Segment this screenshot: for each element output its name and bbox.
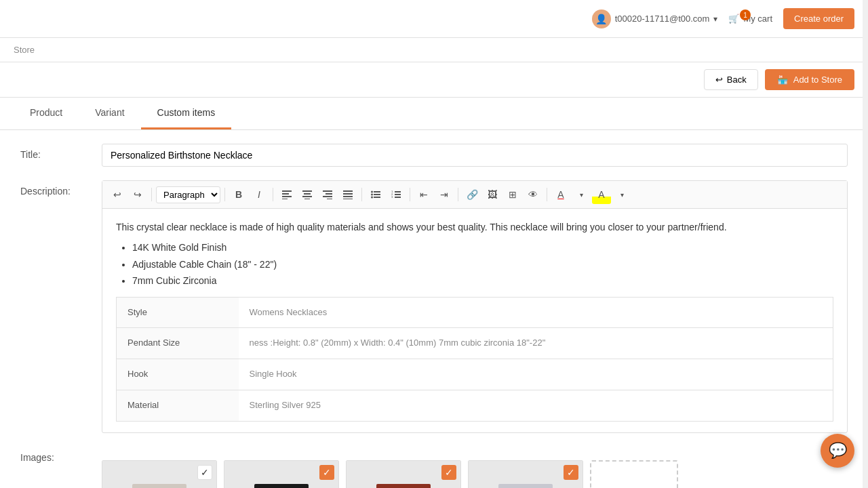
italic-button[interactable]: I — [250, 185, 269, 204]
spec-label-size: Pendant Size — [117, 328, 239, 359]
image-2-checkbox[interactable]: ✓ — [319, 465, 334, 480]
svg-rect-31 — [254, 484, 309, 488]
svg-text:3.: 3. — [391, 195, 393, 199]
chevron-highlight-button[interactable]: ▾ — [612, 185, 631, 204]
image-thumb-1[interactable]: image ✓ — [102, 460, 217, 488]
cart-badge: 1 — [740, 9, 751, 20]
description-row: Description: ↩ ↪ Paragraph B I — [20, 180, 848, 433]
svg-rect-4 — [302, 190, 312, 192]
upload-button[interactable]: upload Or — [590, 460, 678, 488]
align-center-button[interactable] — [298, 185, 317, 204]
user-chevron-icon: ▾ — [713, 14, 717, 24]
spec-row-style: Style Womens Necklaces — [117, 297, 833, 328]
image-thumb-3[interactable]: red ✓ — [346, 460, 461, 488]
svg-rect-8 — [323, 190, 332, 192]
add-to-store-button[interactable]: 🏪 Add to Store — [765, 69, 854, 90]
description-bullets: 14K White Gold Finish Adjustable Cable C… — [132, 240, 833, 288]
cart-button[interactable]: 1 🛒 My cart — [728, 14, 772, 24]
svg-rect-5 — [304, 193, 311, 195]
highlight-button[interactable]: A — [592, 185, 611, 204]
indent-button[interactable]: ⇥ — [435, 185, 454, 204]
images-content: image ✓ dark ✓ — [102, 447, 848, 488]
svg-rect-25 — [395, 194, 401, 195]
svg-rect-14 — [343, 196, 353, 197]
toolbar-sep-4 — [361, 188, 362, 201]
toolbar-sep-7 — [547, 188, 547, 201]
undo-button[interactable]: ↩ — [108, 185, 127, 204]
main-content: Title: Description: ↩ ↪ Paragraph B I — [0, 130, 868, 488]
title-field-container — [102, 144, 848, 167]
user-email: t00020-11711@t00.com — [615, 14, 710, 24]
font-color-button[interactable]: A — [551, 185, 570, 204]
image-1-checkbox[interactable]: ✓ — [197, 465, 212, 480]
add-to-store-label: Add to Store — [793, 75, 842, 85]
toolbar-sep-1 — [151, 188, 152, 201]
svg-rect-17 — [374, 191, 380, 192]
bold-button[interactable]: B — [229, 185, 248, 204]
unordered-list-button[interactable] — [366, 185, 385, 204]
tab-variant[interactable]: Variant — [79, 98, 140, 129]
scrollbar[interactable] — [863, 0, 868, 488]
table-button[interactable]: ⊞ — [503, 185, 522, 204]
back-icon: ↩ — [715, 75, 723, 85]
rich-text-editor: ↩ ↪ Paragraph B I — [102, 180, 848, 433]
spec-value-size: ness :Height: 0.8" (20mm) x Width: 0.4" … — [239, 328, 833, 359]
align-right-button[interactable] — [318, 185, 337, 204]
align-left-button[interactable] — [277, 185, 296, 204]
tab-product[interactable]: Product — [14, 98, 79, 129]
svg-rect-9 — [326, 193, 332, 195]
spec-label-hook: Hook — [117, 359, 239, 390]
svg-rect-15 — [343, 199, 353, 199]
image-thumb-2[interactable]: dark ✓ — [224, 460, 339, 488]
title-input[interactable] — [102, 144, 848, 167]
svg-rect-37 — [498, 484, 553, 488]
create-order-button[interactable]: Create order — [783, 8, 854, 29]
store-icon: 🏪 — [777, 75, 788, 85]
spec-label-material: Material — [117, 390, 239, 421]
svg-rect-2 — [282, 196, 292, 197]
user-menu[interactable]: 👤 t00020-11711@t00.com ▾ — [592, 9, 718, 28]
paragraph-style-select[interactable]: Paragraph — [156, 186, 220, 203]
chevron-color-button[interactable]: ▾ — [572, 185, 591, 204]
editor-container-wrapper: ↩ ↪ Paragraph B I — [102, 180, 848, 433]
chat-fab-button[interactable]: 💬 — [821, 434, 854, 468]
spec-label-style: Style — [117, 297, 239, 328]
svg-rect-23 — [395, 191, 401, 192]
images-label: Images: — [20, 447, 102, 463]
image-thumb-4[interactable]: silver ✓ — [468, 460, 583, 488]
svg-point-20 — [371, 197, 373, 199]
svg-rect-0 — [282, 190, 292, 192]
back-button[interactable]: ↩ Back — [704, 69, 758, 90]
ordered-list-button[interactable]: 1.2.3. — [387, 185, 406, 204]
tab-custom-items[interactable]: Custom items — [141, 98, 232, 129]
editor-body[interactable]: This crystal clear necklace is made of h… — [102, 209, 847, 432]
svg-rect-27 — [395, 197, 401, 198]
image-insert-button[interactable]: 🖼 — [483, 185, 502, 204]
toolbar-sep-5 — [410, 188, 410, 201]
bullet-3: 7mm Cubic Zirconia — [132, 273, 833, 288]
tab-product-label: Product — [30, 107, 62, 118]
tab-custom-items-label: Custom items — [157, 107, 216, 118]
breadcrumb: Store — [0, 38, 868, 62]
svg-rect-1 — [282, 193, 289, 195]
outdent-button[interactable]: ⇤ — [414, 185, 433, 204]
align-justify-button[interactable] — [338, 185, 357, 204]
title-row: Title: — [20, 144, 848, 167]
svg-rect-21 — [374, 197, 380, 198]
preview-button[interactable]: 👁 — [524, 185, 542, 204]
svg-rect-7 — [304, 199, 310, 199]
image-4-checkbox[interactable]: ✓ — [564, 465, 578, 480]
redo-button[interactable]: ↪ — [128, 185, 147, 204]
action-bar: ↩ Back 🏪 Add to Store — [0, 62, 868, 98]
spec-row-hook: Hook Single Hook — [117, 359, 833, 390]
svg-point-16 — [371, 191, 373, 193]
top-navigation: 👤 t00020-11711@t00.com ▾ 1 🛒 My cart Cre… — [0, 0, 868, 38]
image-3-checkbox[interactable]: ✓ — [441, 465, 456, 480]
link-button[interactable]: 🔗 — [462, 185, 481, 204]
bullet-1: 14K White Gold Finish — [132, 240, 833, 255]
svg-rect-11 — [327, 199, 332, 199]
spec-value-material: Sterling Silver 925 — [239, 390, 833, 421]
spec-value-hook: Single Hook — [239, 359, 833, 390]
specs-table: Style Womens Necklaces Pendant Size ness… — [116, 297, 833, 422]
tab-variant-label: Variant — [95, 107, 124, 118]
